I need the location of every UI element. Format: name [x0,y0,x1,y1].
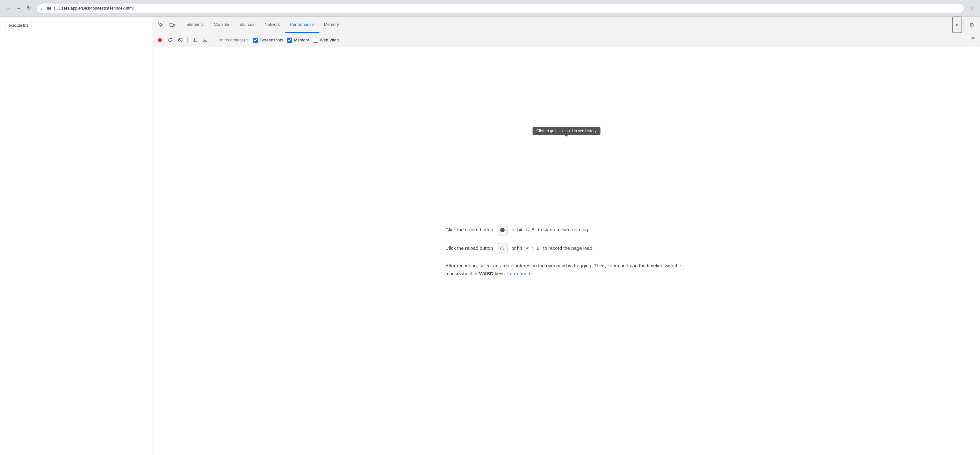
clear-button[interactable] [176,36,185,45]
instruction1-or: or hit [512,226,522,234]
upload-button[interactable] [190,36,199,45]
instruction2-prefix: Click the reload button [445,245,493,252]
bookmark-button[interactable]: ☆ [967,4,976,13]
screenshots-checkbox[interactable] [253,38,258,43]
reload-record-button[interactable] [165,36,175,45]
svg-rect-2 [173,24,175,26]
recordings-dropdown[interactable]: (no recordings) ▾ [215,37,250,43]
execute-fn1-button[interactable]: execute fn1 [5,22,32,29]
device-toolbar-button[interactable] [167,20,177,30]
tab-memory[interactable]: Memory [319,17,344,33]
svg-line-0 [161,25,162,27]
screenshots-label: Screenshots [260,38,283,42]
info-icon: ℹ [40,6,42,11]
tab-network[interactable]: Network [260,17,285,33]
page-content: execute fn1 [0,17,153,455]
instruction2-suffix: to record the page load. [543,245,593,252]
inspect-element-button[interactable] [156,20,165,30]
instruction1-prefix: Click the record button [445,226,493,234]
download-button[interactable] [200,36,209,45]
svg-line-5 [179,39,181,41]
main-layout: execute fn1 [0,17,980,455]
instruction2-or: or hit [511,245,522,252]
tab-performance[interactable]: Performance [285,17,318,33]
address-separator: | [54,6,55,11]
record-icon-inline [497,224,508,235]
record-instruction: Click the record button or hit ⌘ E to st… [445,224,687,235]
tooltip-popup: Click to go back, hold to see history [533,127,601,135]
nav-buttons: ← → ↻ [4,4,33,13]
web-vitals-option[interactable]: Web Vitals [313,38,340,43]
reload-button[interactable]: ↻ [24,4,33,13]
svg-point-6 [500,228,505,232]
dropdown-arrow-icon: ▾ [246,38,248,42]
back-button[interactable]: ← [4,4,13,13]
browser-chrome: ← → ↻ ℹ File | /Users/apple/Desktop/test… [0,0,980,17]
record-button[interactable] [156,36,164,45]
toolbar-icons [156,20,180,30]
screenshots-option[interactable]: Screenshots [253,38,283,43]
instruction2-shortcut: ⌘ ⇧ E [526,245,539,252]
perf-toolbar: (no recordings) ▾ Screenshots Memory Web… [153,33,980,47]
address-bar[interactable]: ℹ File | /Users/apple/Desktop/testcase/i… [36,3,964,13]
web-vitals-label: Web Vitals [320,38,340,42]
perf-instructions: Click the record button or hit ⌘ E to st… [439,218,694,284]
wasd-key: WASD [479,271,493,276]
recordings-text: (no recordings) [217,38,245,42]
reload-instruction: Click the reload button or hit ⌘ ⇧ E to … [445,243,687,254]
devtools-panel: Elements Console Sources Network Perform… [153,17,980,455]
settings-button[interactable]: ⚙ [966,19,977,30]
memory-option[interactable]: Memory [287,38,309,43]
svg-rect-1 [170,23,173,27]
memory-label: Memory [294,38,309,42]
svg-point-3 [158,38,162,42]
divider [187,37,188,43]
more-tabs-button[interactable]: » [952,17,962,33]
web-vitals-checkbox[interactable] [313,38,318,43]
divider [212,37,212,43]
instruction1-suffix: to start a new recording. [538,226,589,234]
file-label: File [45,6,51,11]
instruction1-shortcut: ⌘ E [526,226,534,233]
reload-icon-inline [497,243,508,254]
delete-recordings-button[interactable] [969,36,977,45]
devtools-toolbar: Elements Console Sources Network Perform… [153,17,980,33]
perf-options: Screenshots Memory Web Vitals [253,38,339,43]
tab-sources[interactable]: Sources [234,17,260,33]
forward-button[interactable]: → [14,4,23,13]
after-recording-instruction: After recording, select an area of inter… [445,262,687,278]
tab-console[interactable]: Console [209,17,234,33]
memory-checkbox[interactable] [287,38,292,43]
tab-elements[interactable]: Elements [181,17,209,33]
perf-content: Click to go back, hold to see history Cl… [153,47,980,455]
address-text: /Users/apple/Desktop/testcase/index.html [57,6,134,11]
devtools-tabs: Elements Console Sources Network Perform… [181,17,952,33]
learn-more-link[interactable]: Learn more [507,271,532,276]
